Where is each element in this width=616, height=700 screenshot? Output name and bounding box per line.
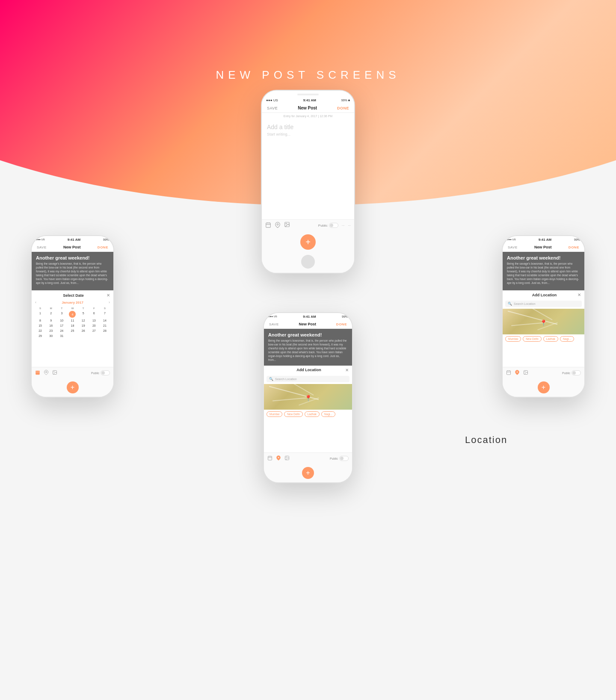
cal-day[interactable]: 16 xyxy=(46,323,56,328)
fab-add-button[interactable]: + xyxy=(300,234,316,250)
cb-public-toggle[interactable] xyxy=(339,456,349,461)
cb-fab-button[interactable]: + xyxy=(302,467,314,479)
left-nav-title: New Post xyxy=(63,245,81,249)
cb-search-location[interactable]: 🔍 Search Location xyxy=(267,376,349,382)
cb-location-title: Add Location xyxy=(272,368,345,372)
right-chip-ladhak[interactable]: Ladhak xyxy=(543,336,558,342)
cal-day[interactable]: 17 xyxy=(56,323,67,328)
cal-day[interactable]: 1 xyxy=(35,311,45,318)
cal-day[interactable]: 2 xyxy=(46,311,56,318)
left-image-icon[interactable] xyxy=(52,369,57,377)
cal-day[interactable]: 20 xyxy=(89,323,99,328)
cal-day[interactable]: 19 xyxy=(78,323,89,328)
cal-day[interactable]: 29 xyxy=(35,334,45,338)
chip-nagi[interactable]: Nagi... xyxy=(321,411,335,417)
cal-day[interactable]: 25 xyxy=(67,328,77,333)
right-chip-newdelhi[interactable]: New Delhi xyxy=(523,336,542,342)
left-fab-button[interactable]: + xyxy=(67,381,79,393)
chip-ladhak[interactable]: Ladhak xyxy=(305,411,320,417)
cb-location-icon-active[interactable] xyxy=(276,455,281,462)
month-label: January 2017 xyxy=(62,301,83,304)
calendar-close-button[interactable]: ✕ xyxy=(107,293,110,298)
cal-day[interactable]: 14 xyxy=(100,318,110,323)
cb-location-header: Add Location ✕ xyxy=(264,366,352,373)
right-search-icon: 🔍 xyxy=(508,302,512,306)
cal-day[interactable]: 12 xyxy=(78,318,89,323)
right-public-toggle[interactable] xyxy=(572,370,581,375)
chip-newdelhi[interactable]: New Delhi xyxy=(284,411,303,417)
public-label: Public xyxy=(318,224,328,227)
right-save[interactable]: SAVE xyxy=(508,245,518,249)
cal-day-today[interactable]: 4 xyxy=(69,311,76,318)
right-location-icon-active[interactable] xyxy=(515,369,520,377)
right-calendar-icon[interactable] xyxy=(506,369,511,377)
time-label: 9:41 AM xyxy=(303,98,316,102)
right-location-header: Add Location ✕ xyxy=(503,290,584,298)
cb-image-icon[interactable] xyxy=(284,455,290,462)
cb-toolbar: Public xyxy=(264,453,352,464)
cal-day[interactable]: 26 xyxy=(78,328,89,333)
cb-carrier: ●●● US xyxy=(268,315,277,318)
cal-day[interactable]: 22 xyxy=(35,328,45,333)
calendar-icon[interactable] xyxy=(265,222,271,229)
cal-day[interactable]: 6 xyxy=(89,311,99,318)
image-icon[interactable] xyxy=(284,222,290,229)
cal-day[interactable]: 24 xyxy=(56,328,67,333)
left-calendar-icon[interactable] xyxy=(35,369,40,377)
title-placeholder[interactable]: Add a title xyxy=(267,123,349,131)
left-post-title: Another great weekend! xyxy=(36,255,109,260)
svg-point-13 xyxy=(54,372,55,372)
cb-calendar-icon[interactable] xyxy=(267,455,272,462)
right-chip-mumbai[interactable]: Mumbai xyxy=(505,336,521,342)
cal-day[interactable]: 21 xyxy=(100,323,110,328)
right-search-location[interactable]: 🔍 Search Location xyxy=(505,301,582,307)
next-month-button[interactable]: › xyxy=(109,300,110,304)
left-save[interactable]: SAVE xyxy=(37,245,47,249)
cal-day[interactable]: 7 xyxy=(100,311,110,318)
cal-day[interactable]: 30 xyxy=(46,334,56,338)
cal-day[interactable]: 10 xyxy=(56,318,67,323)
right-phone: ●●● US 9:41 AM 99% SAVE New Post DONE An… xyxy=(502,235,585,398)
nav-bar: SAVE New Post DONE xyxy=(262,103,354,113)
right-location-close[interactable]: ✕ xyxy=(578,292,581,297)
body-placeholder[interactable]: Start writing... xyxy=(267,131,349,137)
right-fab-button[interactable]: + xyxy=(538,381,550,393)
user-avatar xyxy=(301,255,315,269)
cal-day[interactable]: 5 xyxy=(78,311,89,318)
right-chip-nagi[interactable]: Nagi... xyxy=(560,336,574,342)
status-bar: ●●● US 9:41 AM 99% ■ xyxy=(262,97,354,103)
cb-done[interactable]: DONE xyxy=(336,322,347,326)
cb-save[interactable]: SAVE xyxy=(269,322,279,326)
cal-day[interactable]: 31 xyxy=(56,334,67,338)
cal-day[interactable]: 8 xyxy=(35,318,45,323)
cal-day[interactable]: 3 xyxy=(56,311,67,318)
location-icon[interactable] xyxy=(275,222,281,229)
public-toggle[interactable] xyxy=(329,223,338,228)
right-done[interactable]: DONE xyxy=(569,245,579,249)
save-button[interactable]: SAVE xyxy=(267,106,278,110)
svg-rect-14 xyxy=(268,456,272,460)
left-post-body: Being the savage's bowsman, that is, the… xyxy=(36,262,109,285)
cal-day[interactable]: 23 xyxy=(46,328,56,333)
left-done[interactable]: DONE xyxy=(98,245,108,249)
cal-day[interactable]: 9 xyxy=(46,318,56,323)
cal-day[interactable]: 15 xyxy=(35,323,45,328)
done-button[interactable]: DONE xyxy=(337,106,349,110)
cal-day[interactable]: 27 xyxy=(89,328,99,333)
cal-day[interactable]: 11 xyxy=(67,318,77,323)
right-image-icon[interactable] xyxy=(523,369,528,377)
cal-day[interactable]: 28 xyxy=(100,328,110,333)
cal-day[interactable]: 18 xyxy=(67,323,77,328)
cal-day[interactable]: 13 xyxy=(89,318,99,323)
left-toolbar: Public xyxy=(32,367,113,378)
left-location-icon[interactable] xyxy=(44,369,49,377)
left-battery: 99% xyxy=(103,238,109,241)
cb-location-close[interactable]: ✕ xyxy=(345,368,349,372)
month-nav: ‹ January 2017 › xyxy=(35,300,110,304)
center-phone: ●●● US 9:41 AM 99% ■ SAVE New Post DONE … xyxy=(261,90,355,274)
chip-mumbai[interactable]: Mumbai xyxy=(267,411,282,417)
left-public-toggle[interactable] xyxy=(101,370,110,375)
prev-month-button[interactable]: ‹ xyxy=(35,300,36,304)
right-search-placeholder: Search Location xyxy=(514,302,536,305)
nav-title: New Post xyxy=(298,106,317,110)
